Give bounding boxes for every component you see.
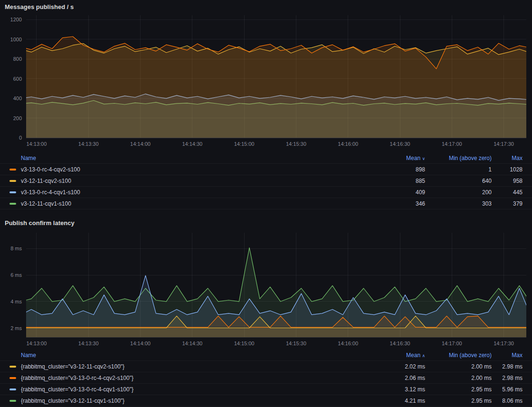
legend-table-publish-confirm-latency: Name Mean ∧ Min (above zero) Max {rabbit… [0,350,532,407]
series-color-swatch [10,377,16,379]
svg-text:14:15:00: 14:15:00 [234,141,255,147]
divider [0,406,532,407]
legend-header-min[interactable]: Min (above zero) [425,352,492,359]
svg-text:14:17:00: 14:17:00 [442,341,462,346]
divider [0,209,532,209]
svg-text:600: 600 [13,76,22,82]
legend-name-cell: v3-12-11-cqv2-s100 [10,178,363,184]
legend-mean-value: 4.21 ms [363,398,425,404]
legend-name-cell: {rabbitmq_cluster="v3-12-11-cqv2-s100"} [10,363,363,370]
legend-min-value: 1 [425,166,492,173]
svg-text:1000: 1000 [10,37,22,42]
series-name[interactable]: v3-12-11-cqv1-s100 [21,200,71,207]
legend-header: Name Mean ∨ Min (above zero) Max [0,152,532,163]
legend-max-value: 1028 [492,166,522,173]
legend-row: v3-13-0-rc-4-cqv1-s100 409 200 445 [0,186,532,198]
series-name[interactable]: v3-12-11-cqv2-s100 [21,178,71,184]
svg-text:800: 800 [13,56,22,62]
legend-row: {rabbitmq_cluster="v3-13-0-rc-4-cqv1-s10… [0,383,532,395]
series-name[interactable]: {rabbitmq_cluster="v3-12-11-cqv2-s100"} [21,363,124,370]
legend-mean-value: 898 [363,166,425,173]
legend-min-value: 2.00 ms [425,363,492,370]
panel-messages-published: Messages published / s 02004006008001000… [0,0,532,209]
legend-max-value: 8.06 ms [492,398,522,404]
legend-header-max[interactable]: Max [492,352,522,359]
legend-min-value: 200 [425,189,492,196]
legend-row: v3-12-11-cqv1-s100 346 303 379 [0,198,532,209]
svg-text:8 ms: 8 ms [10,246,22,251]
series-name[interactable]: v3-13-0-rc-4-cqv2-s100 [21,166,80,173]
legend-header-max[interactable]: Max [492,155,522,161]
legend-name-cell: {rabbitmq_cluster="v3-13-0-rc-4-cqv2-s10… [10,375,363,381]
series-color-swatch [10,400,16,402]
legend-max-value: 445 [492,189,522,196]
svg-text:6 ms: 6 ms [10,272,22,278]
legend-header-mean[interactable]: Mean ∧ [363,352,425,359]
svg-text:14:17:00: 14:17:00 [442,141,462,147]
legend-max-value: 2.98 ms [492,375,522,381]
legend-mean-value: 2.06 ms [363,375,425,381]
panel-title-messages-published[interactable]: Messages published / s [0,0,532,13]
svg-text:4 ms: 4 ms [10,299,22,304]
legend-header-name[interactable]: Name [10,155,363,161]
series-name[interactable]: v3-13-0-rc-4-cqv1-s100 [21,189,80,196]
grafana-dashboard: Messages published / s 02004006008001000… [0,0,532,407]
legend-mean-value: 2.02 ms [363,363,425,370]
legend-header-mean-label: Mean [406,352,420,359]
svg-text:14:13:30: 14:13:30 [78,341,99,346]
svg-text:14:16:00: 14:16:00 [338,341,358,346]
sort-indicator-icon: ∧ [422,353,425,358]
series-color-swatch [10,169,16,170]
svg-text:14:15:30: 14:15:30 [286,341,306,346]
svg-text:14:17:30: 14:17:30 [494,141,514,147]
panel-title-publish-confirm-latency[interactable]: Publish confirm latency [0,216,532,229]
series-color-swatch [10,180,16,182]
legend-min-value: 2.95 ms [425,398,492,404]
svg-text:14:16:00: 14:16:00 [338,141,358,147]
legend-max-value: 958 [492,178,522,184]
legend-name-cell: v3-13-0-rc-4-cqv2-s100 [10,166,363,173]
legend-mean-value: 346 [363,200,425,207]
legend-row: v3-12-11-cqv2-s100 885 640 958 [0,175,532,186]
legend-row: {rabbitmq_cluster="v3-12-11-cqv1-s100"} … [0,395,532,406]
svg-text:14:13:00: 14:13:00 [26,141,47,147]
legend-name-cell: {rabbitmq_cluster="v3-12-11-cqv1-s100"} [10,398,363,404]
legend-header: Name Mean ∧ Min (above zero) Max [0,350,532,360]
sort-indicator-icon: ∨ [422,156,425,161]
legend-mean-value: 409 [363,189,425,196]
legend-header-name[interactable]: Name [10,352,363,359]
legend-header-mean[interactable]: Mean ∨ [363,155,425,161]
legend-name-cell: v3-13-0-rc-4-cqv1-s100 [10,189,363,196]
series-color-swatch [10,388,16,390]
series-name[interactable]: {rabbitmq_cluster="v3-13-0-rc-4-cqv2-s10… [21,375,133,381]
legend-header-min[interactable]: Min (above zero) [425,155,492,161]
legend-min-value: 2.95 ms [425,386,492,393]
legend-name-cell: {rabbitmq_cluster="v3-13-0-rc-4-cqv1-s10… [10,386,363,393]
legend-max-value: 2.98 ms [492,363,522,370]
legend-name-cell: v3-12-11-cqv1-s100 [10,200,363,207]
series-color-swatch [10,191,16,193]
svg-text:14:14:30: 14:14:30 [182,141,202,147]
legend-header-mean-label: Mean [406,155,420,161]
svg-text:200: 200 [13,115,22,121]
svg-text:14:16:30: 14:16:30 [390,141,410,147]
svg-text:14:14:30: 14:14:30 [182,341,202,346]
svg-text:1200: 1200 [10,17,22,22]
legend-row: v3-13-0-rc-4-cqv2-s100 898 1 1028 [0,163,532,175]
legend-mean-value: 3.12 ms [363,386,425,393]
svg-text:14:16:30: 14:16:30 [390,341,410,346]
legend-mean-value: 885 [363,178,425,184]
series-name[interactable]: {rabbitmq_cluster="v3-12-11-cqv1-s100"} [21,398,124,404]
svg-text:14:15:00: 14:15:00 [234,341,255,346]
timeseries-chart-publish-confirm-latency[interactable]: 2 ms4 ms6 ms8 ms14:13:0014:13:3014:14:00… [0,229,532,349]
legend-table-messages-published: Name Mean ∨ Min (above zero) Max v3-13-0… [0,152,532,209]
svg-text:14:13:00: 14:13:00 [26,341,47,346]
svg-text:400: 400 [13,95,22,101]
svg-text:14:17:30: 14:17:30 [494,341,514,346]
series-name[interactable]: {rabbitmq_cluster="v3-13-0-rc-4-cqv1-s10… [21,386,133,393]
series-color-swatch [10,203,16,205]
legend-min-value: 303 [425,200,492,207]
timeseries-chart-messages-published[interactable]: 02004006008001000120014:13:0014:13:3014:… [0,13,532,151]
series-color-swatch [10,366,16,368]
legend-min-value: 640 [425,178,492,184]
